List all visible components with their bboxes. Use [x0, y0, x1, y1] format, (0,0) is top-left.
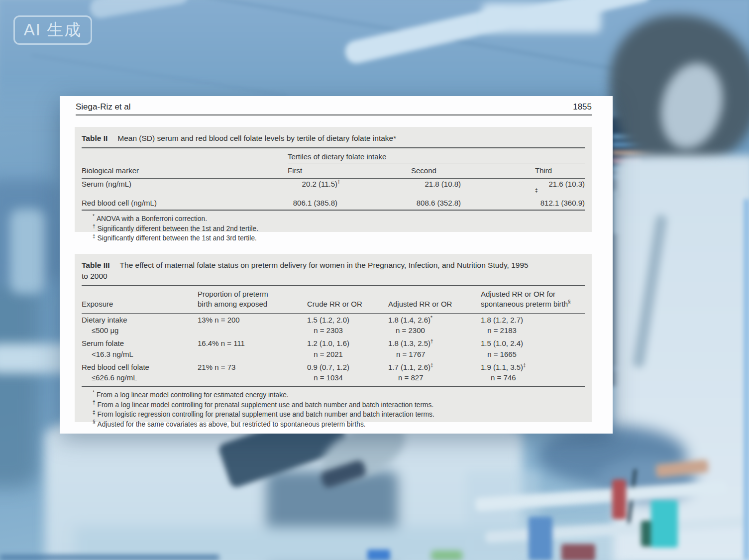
footnote: *ANOVA with a Bonferroni correction.: [93, 214, 585, 224]
test-tube-blue: [529, 517, 552, 560]
cell-value: 21.6 (10.3): [535, 180, 585, 188]
footnote: *From a log linear model controlling for…: [93, 390, 585, 400]
table3-footnotes: *From a log linear model controlling for…: [93, 390, 585, 429]
table2-spanner-row: Tertiles of dietary folate intake: [82, 149, 585, 163]
cell-proportion: 21% n = 73: [198, 362, 307, 373]
table3-caption-cont: to 2000: [82, 272, 107, 280]
cell-n: n = 2183: [487, 326, 517, 335]
row-label: Red blood cell folate: [82, 362, 198, 373]
ai-generated-badge-label: AI 生成: [24, 19, 82, 41]
cell-n: n = 2300: [396, 326, 425, 335]
row-sublabel: ≤626.6 ng/mL: [82, 372, 198, 383]
table3-label: Table III: [82, 261, 110, 269]
bench-edge: [0, 555, 219, 560]
col-header-first: First: [288, 166, 411, 175]
table2-footnotes: *ANOVA with a Bonferroni correction. †Si…: [93, 214, 585, 243]
table2-label: Table II: [82, 134, 107, 142]
screen-edge-glow: [744, 199, 749, 560]
row-label: Dietary intake: [82, 315, 198, 326]
green-object: [431, 551, 463, 560]
cell-value: 1.5 (1.0, 2.4): [481, 338, 523, 349]
col-header-exposure: Exposure: [82, 299, 198, 309]
table2-block: Table IIMean (SD) serum and red blood ce…: [75, 127, 592, 232]
cell-value: 1.2 (1.0, 1.6): [307, 338, 349, 349]
table-row: Serum (ng/mL) 20.2 (11.5)† 21.8 (10.8) 2…: [82, 179, 585, 198]
cell-n: n = 2021: [314, 350, 343, 358]
row-sublabel: ≤500 μg: [82, 325, 198, 336]
test-tube-teal: [651, 500, 678, 548]
col-header-marker: Biological marker: [82, 166, 288, 175]
running-header: Siega-Riz et al 1855: [76, 102, 592, 112]
table2-header-row: Biological marker First Second Third: [82, 163, 585, 179]
cell-value: 812.1 (360.9): [535, 199, 585, 207]
cell-value: 808.6 (352.8): [411, 199, 461, 207]
cell-n: n = 746: [491, 373, 516, 382]
table-row: Serum folate <16.3 ng/mL 16.4% n = 111 1…: [82, 337, 585, 361]
table3-block: Table IIIThe effect of maternal folate s…: [75, 254, 592, 422]
row-label: Red blood cell (ng/mL): [82, 199, 288, 207]
author-header: Siega-Riz et al: [76, 102, 131, 112]
ai-generated-badge: AI 生成: [13, 15, 92, 45]
row-label: Serum folate: [82, 338, 198, 349]
cell-n: n = 827: [398, 373, 423, 382]
footnote: ‡Significantly different between the 1st…: [93, 233, 585, 243]
cell-n: n = 1665: [487, 350, 517, 358]
row-label: Serum (ng/mL): [82, 180, 288, 197]
cell-n: n = 1034: [314, 373, 343, 382]
footnote: §Adjusted for the same covariates as abo…: [93, 420, 585, 430]
col-header-second: Second: [411, 166, 535, 175]
cell-value: 21.8 (10.8): [411, 180, 461, 188]
table2-spanner: Tertiles of dietary folate intake: [288, 149, 585, 163]
footnote: †Significantly different between the 1st…: [93, 224, 585, 234]
test-tube-red: [612, 479, 626, 519]
lab-glassware: [10, 209, 45, 294]
paper-page: Siega-Riz et al 1855 Table IIMean (SD) s…: [60, 96, 613, 434]
footnote: †From a log linear model controlling for…: [93, 400, 585, 410]
col-header-crude: Crude RR or OR: [307, 299, 388, 309]
table2-caption: Mean (SD) serum and red blood cell folat…: [117, 134, 396, 142]
background-person-left: [0, 279, 40, 488]
cell-n: n = 2303: [314, 326, 343, 335]
cell-value: 1.8 (1.4, 2.6)*: [388, 315, 432, 326]
cell-value: 1.9 (1.1, 3.5)‡: [481, 362, 526, 373]
header-rule: [76, 114, 592, 115]
table2-title: Table IIMean (SD) serum and red blood ce…: [82, 133, 585, 144]
table2-top-rule: [82, 147, 585, 148]
table3-title: Table IIIThe effect of maternal folate s…: [82, 260, 585, 282]
ceiling-light: [482, 3, 601, 33]
cell-proportion: 16.4% n = 111: [198, 338, 307, 349]
page-number: 1855: [573, 102, 592, 112]
cell-value: 20.2 (11.5): [288, 180, 337, 188]
col-header-proportion: Proportion of preterm birth among expose…: [198, 289, 307, 310]
cell-n: n = 1767: [396, 350, 426, 358]
table-row: Dietary intake ≤500 μg 13% n = 200 1.5 (…: [82, 314, 585, 337]
row-sublabel: <16.3 ng/mL: [82, 349, 198, 360]
blue-object: [367, 550, 390, 560]
cell-value: 1.5 (1.2, 2.0): [307, 315, 349, 326]
cell-value: 1.8 (1.3, 2.5)†: [388, 338, 433, 349]
test-tube-maroon: [561, 544, 595, 560]
table3-bottom-rule: [82, 386, 585, 387]
col-header-adjusted: Adjusted RR or OR: [388, 299, 481, 309]
cell-value: 0.9 (0.7, 1.2): [307, 362, 349, 373]
table3-caption: The effect of maternal folate status on …: [120, 261, 529, 269]
col-header-spontaneous: Adjusted RR or OR for spontaneous preter…: [481, 289, 585, 310]
screenshot-canvas: AI 生成 Siega-Riz et al 1855 Table IIMean …: [0, 0, 749, 560]
table-row: Red blood cell folate ≤626.6 ng/mL 21% n…: [82, 361, 585, 385]
cell-value: 1.7 (1.1, 2.6)‡: [388, 362, 433, 373]
footnote: ‡From logistic regression controlling fo…: [93, 410, 585, 420]
cell-value: 1.8 (1.2, 2.7): [481, 315, 523, 326]
cell-value: 806.1 (385.8): [288, 199, 337, 207]
table2-bottom-rule: [82, 210, 585, 211]
table3-header-row: Exposure Proportion of preterm birth amo…: [82, 286, 585, 314]
table-row: Red blood cell (ng/mL) 806.1 (385.8) 808…: [82, 198, 585, 208]
cell-proportion: 13% n = 200: [198, 315, 307, 326]
col-header-third: Third: [535, 166, 585, 175]
